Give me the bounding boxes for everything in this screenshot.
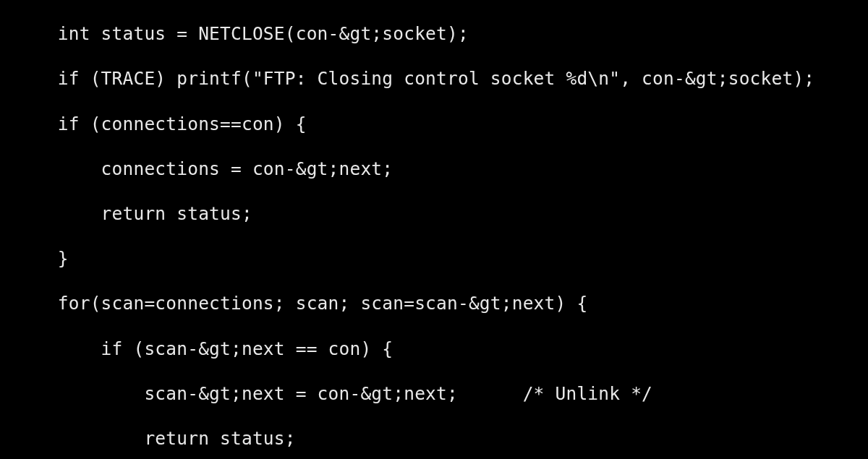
code-line: for(scan=connections; scan; scan=scan-&g… bbox=[14, 292, 868, 314]
code-line: return status; bbox=[14, 202, 868, 225]
code-line: return status; bbox=[14, 427, 868, 450]
code-line: if (connections==con) { bbox=[14, 113, 868, 135]
code-line: } bbox=[14, 247, 868, 270]
code-line: if (TRACE) printf("FTP: Closing control … bbox=[14, 67, 868, 90]
code-line: int status = NETCLOSE(con-&gt;socket); bbox=[14, 22, 868, 45]
code-line: scan-&gt;next = con-&gt;next; /* Unlink … bbox=[14, 382, 868, 405]
code-line: connections = con-&gt;next; bbox=[14, 158, 868, 180]
code-block: int status = NETCLOSE(con-&gt;socket); i… bbox=[0, 0, 868, 459]
code-line: if (scan-&gt;next == con) { bbox=[14, 338, 868, 360]
